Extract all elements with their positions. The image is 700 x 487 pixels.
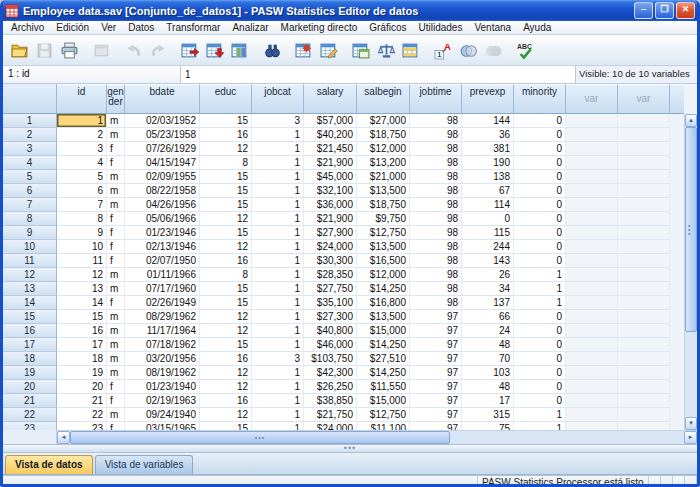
cell-educ[interactable]: 12 bbox=[200, 240, 252, 254]
cell-salary[interactable]: $36,000 bbox=[304, 198, 357, 212]
cell-id[interactable]: 6 bbox=[57, 184, 107, 198]
cell-id[interactable]: 20 bbox=[57, 380, 107, 394]
cell-jobcat[interactable]: 1 bbox=[252, 128, 304, 142]
cell-id[interactable]: 9 bbox=[57, 226, 107, 240]
cell-educ[interactable]: 16 bbox=[200, 394, 252, 408]
cell-gender[interactable]: m bbox=[107, 324, 125, 338]
cell-salary[interactable]: $21,900 bbox=[304, 156, 357, 170]
cell-prevexp[interactable]: 103 bbox=[462, 366, 514, 380]
cell-bdate[interactable]: 08/22/1958 bbox=[125, 184, 200, 198]
cell-prevexp[interactable]: 381 bbox=[462, 142, 514, 156]
cell-id[interactable]: 5 bbox=[57, 170, 107, 184]
row-number[interactable]: 12 bbox=[3, 268, 57, 282]
menu-edicion[interactable]: Edición bbox=[50, 21, 95, 34]
cell-var2[interactable] bbox=[618, 268, 670, 282]
menu-archivo[interactable]: Archivo bbox=[5, 21, 50, 34]
cell-bdate[interactable]: 03/15/1965 bbox=[125, 422, 200, 430]
cell-var2[interactable] bbox=[618, 198, 670, 212]
cell-jobcat[interactable]: 3 bbox=[252, 114, 304, 128]
cell-gender[interactable]: m bbox=[107, 184, 125, 198]
cell-salbegin[interactable]: $15,000 bbox=[357, 394, 410, 408]
cell-jobcat[interactable]: 1 bbox=[252, 338, 304, 352]
row-number[interactable]: 2 bbox=[3, 128, 57, 142]
column-header-salary[interactable]: salary bbox=[304, 84, 357, 114]
cell-bdate[interactable]: 01/23/1946 bbox=[125, 226, 200, 240]
cell-educ[interactable]: 15 bbox=[200, 296, 252, 310]
cell-educ[interactable]: 16 bbox=[200, 254, 252, 268]
cell-bdate[interactable]: 02/03/1952 bbox=[125, 114, 200, 128]
cell-id[interactable]: 16 bbox=[57, 324, 107, 338]
cell-jobtime[interactable]: 97 bbox=[410, 310, 462, 324]
cell-salary[interactable]: $103,750 bbox=[304, 352, 357, 366]
cell-gender[interactable]: f bbox=[107, 156, 125, 170]
cell-var2[interactable] bbox=[618, 142, 670, 156]
cell-id[interactable]: 21 bbox=[57, 394, 107, 408]
row-number[interactable]: 3 bbox=[3, 142, 57, 156]
cell-jobcat[interactable]: 1 bbox=[252, 212, 304, 226]
cell-educ[interactable]: 15 bbox=[200, 226, 252, 240]
grid-corner-cell[interactable] bbox=[3, 84, 57, 114]
cell-bdate[interactable]: 02/26/1949 bbox=[125, 296, 200, 310]
column-header-var1[interactable]: var bbox=[566, 84, 618, 114]
cell-id[interactable]: 13 bbox=[57, 282, 107, 296]
cell-var1[interactable] bbox=[566, 352, 618, 366]
cell-minority[interactable]: 0 bbox=[514, 128, 566, 142]
cell-gender[interactable]: f bbox=[107, 254, 125, 268]
cell-jobtime[interactable]: 97 bbox=[410, 408, 462, 422]
column-header-jobtime[interactable]: jobtime bbox=[410, 84, 462, 114]
column-header-salbegin[interactable]: salbegin bbox=[357, 84, 410, 114]
cell-salary[interactable]: $46,000 bbox=[304, 338, 357, 352]
cell-salbegin[interactable]: $12,000 bbox=[357, 142, 410, 156]
cell-salary[interactable]: $40,800 bbox=[304, 324, 357, 338]
cell-var1[interactable] bbox=[566, 422, 618, 430]
row-number[interactable]: 8 bbox=[3, 212, 57, 226]
cell-minority[interactable]: 0 bbox=[514, 156, 566, 170]
cell-var2[interactable] bbox=[618, 212, 670, 226]
close-button[interactable]: ✕ bbox=[676, 2, 695, 19]
cell-jobcat[interactable]: 1 bbox=[252, 184, 304, 198]
cell-bdate[interactable]: 07/18/1962 bbox=[125, 338, 200, 352]
cell-gender[interactable]: f bbox=[107, 240, 125, 254]
cell-bdate[interactable]: 05/23/1958 bbox=[125, 128, 200, 142]
cell-jobtime[interactable]: 97 bbox=[410, 338, 462, 352]
cell-bdate[interactable]: 08/19/1962 bbox=[125, 366, 200, 380]
cell-minority[interactable]: 0 bbox=[514, 338, 566, 352]
column-header-var2[interactable]: var bbox=[618, 84, 670, 114]
cell-minority[interactable]: 0 bbox=[514, 324, 566, 338]
cell-gender[interactable]: f bbox=[107, 394, 125, 408]
menu-marketing-directo[interactable]: Marketing directo bbox=[275, 21, 364, 34]
cell-salary[interactable]: $40,200 bbox=[304, 128, 357, 142]
cell-gender[interactable]: m bbox=[107, 282, 125, 296]
column-header-id[interactable]: id bbox=[57, 84, 107, 114]
cell-gender[interactable]: f bbox=[107, 422, 125, 430]
minimize-button[interactable]: – bbox=[634, 2, 653, 19]
column-header-educ[interactable]: educ bbox=[200, 84, 252, 114]
cell-jobtime[interactable]: 98 bbox=[410, 128, 462, 142]
cell-gender[interactable]: f bbox=[107, 212, 125, 226]
row-number[interactable]: 13 bbox=[3, 282, 57, 296]
cell-salary[interactable]: $30,300 bbox=[304, 254, 357, 268]
cell-minority[interactable]: 0 bbox=[514, 198, 566, 212]
cell-minority[interactable]: 1 bbox=[514, 408, 566, 422]
cell-salary[interactable]: $38,850 bbox=[304, 394, 357, 408]
cell-gender[interactable]: f bbox=[107, 296, 125, 310]
cell-var1[interactable] bbox=[566, 226, 618, 240]
row-number[interactable]: 1 bbox=[3, 114, 57, 128]
cell-minority[interactable]: 0 bbox=[514, 310, 566, 324]
column-header-gender[interactable]: gender bbox=[107, 84, 125, 114]
cell-educ[interactable]: 15 bbox=[200, 422, 252, 430]
open-file-icon[interactable] bbox=[7, 38, 32, 62]
cell-var2[interactable] bbox=[618, 366, 670, 380]
cell-salbegin[interactable]: $16,500 bbox=[357, 254, 410, 268]
cell-bdate[interactable]: 05/06/1966 bbox=[125, 212, 200, 226]
cell-educ[interactable]: 15 bbox=[200, 184, 252, 198]
cell-jobcat[interactable]: 1 bbox=[252, 156, 304, 170]
cell-salbegin[interactable]: $14,250 bbox=[357, 338, 410, 352]
select-cases-icon[interactable] bbox=[399, 38, 424, 62]
cell-minority[interactable]: 1 bbox=[514, 422, 566, 430]
cell-educ[interactable]: 12 bbox=[200, 380, 252, 394]
cell-salbegin[interactable]: $18,750 bbox=[357, 128, 410, 142]
cell-educ[interactable]: 12 bbox=[200, 324, 252, 338]
cell-educ[interactable]: 15 bbox=[200, 114, 252, 128]
cell-bdate[interactable]: 02/13/1946 bbox=[125, 240, 200, 254]
